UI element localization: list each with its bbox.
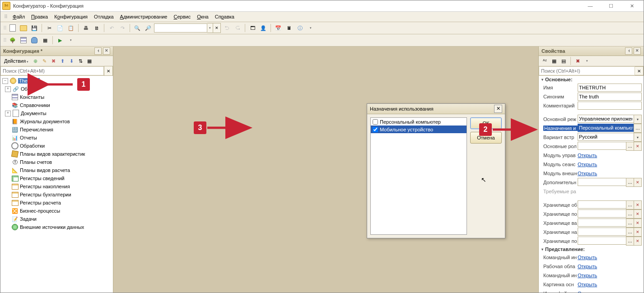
tree-item-calc-reg[interactable]: Регистры расчета (0, 199, 113, 207)
up-button[interactable]: ⬆ (58, 57, 66, 65)
open-link[interactable]: Открыть (578, 291, 597, 293)
group-presentation[interactable]: ▾Представление: (539, 246, 644, 253)
tool-a-button[interactable]: 🗔 (247, 23, 257, 33)
tree-item-bp[interactable]: 🔀Бизнес-процессы (0, 207, 113, 215)
storage1-input[interactable] (578, 200, 626, 209)
language-dropdown[interactable]: ▾ (634, 133, 642, 142)
option-mobile[interactable]: Мобильное устройство (371, 126, 467, 133)
menu-config[interactable]: Конфигурация (51, 13, 90, 20)
tree-item-constants[interactable]: Константы (0, 93, 113, 101)
config-list-button[interactable] (19, 35, 28, 45)
clear-button[interactable]: ✖ (574, 57, 582, 65)
new-button[interactable] (8, 23, 18, 33)
expand-toggle[interactable]: + (5, 111, 11, 116)
tree-item-ext-data[interactable]: Внешние источники данных (0, 223, 113, 231)
tree-item-documents[interactable]: +Документы (0, 109, 113, 117)
actions-menu[interactable]: Действия▾ (2, 58, 30, 64)
maximize-button[interactable]: ☐ (601, 1, 621, 11)
menu-admin[interactable]: Администрирование (117, 13, 170, 20)
assignments-input[interactable] (578, 124, 634, 132)
storage3-input[interactable] (578, 219, 626, 227)
option-mobile-checkbox[interactable] (373, 127, 378, 132)
tree-item-calc-plans[interactable]: 📐Планы видов расчета (0, 166, 113, 174)
properties-list[interactable]: ▾Основные: Имя Синоним Комментарий Основ… (539, 76, 644, 293)
properties-search-input[interactable] (539, 66, 635, 75)
option-pc[interactable]: Персональный компьютер (371, 118, 467, 126)
panel-close-button[interactable]: ✕ (634, 47, 641, 55)
assignments-dots[interactable]: … (634, 124, 642, 133)
run-dd-button[interactable]: ▾ (66, 35, 76, 45)
open-link[interactable]: Открыть (578, 282, 597, 287)
tree-root[interactable]: − TheTruth (0, 77, 113, 85)
add-button[interactable]: ⊕ (31, 57, 39, 65)
help-button[interactable]: ⓘ (295, 23, 305, 33)
expand-toggle[interactable]: − (2, 78, 8, 84)
category-button[interactable]: ▦ (550, 57, 558, 65)
open-link[interactable]: Открыть (578, 162, 597, 167)
storage2-input[interactable] (578, 209, 626, 218)
comment-input[interactable] (578, 102, 642, 110)
close-button[interactable]: ✕ (622, 1, 642, 11)
search-clear[interactable]: ✕ (213, 23, 221, 33)
panel-pin-button[interactable]: ⫞ (94, 47, 102, 55)
search-input[interactable] (154, 23, 207, 33)
name-input[interactable] (578, 84, 642, 92)
dialog-titlebar[interactable]: Назначения использования ✕ (367, 104, 505, 114)
config-search-input[interactable] (0, 66, 104, 75)
storage4-input[interactable] (578, 228, 626, 236)
run-button[interactable]: ▶ (55, 35, 65, 45)
menu-help[interactable]: Справка (212, 13, 237, 20)
calc-button[interactable]: 🖩 (284, 23, 294, 33)
dd-button[interactable]: ▾ (583, 57, 591, 65)
open-link[interactable]: Открыть (578, 171, 597, 176)
down-button[interactable]: ⬇ (67, 57, 75, 65)
filter-button[interactable]: ▦ (85, 57, 93, 65)
tree-item-char-plans[interactable]: Планы видов характеристик (0, 150, 113, 158)
cancel-button[interactable]: Отмена (470, 132, 502, 144)
config-search-clear[interactable]: ✕ (104, 66, 113, 76)
additional-dots[interactable]: … (626, 178, 634, 187)
tree-item-common[interactable]: +🔗Общие (0, 85, 113, 93)
open-link[interactable]: Открыть (578, 273, 597, 278)
minimize-button[interactable]: — (580, 1, 600, 11)
dialog-close-button[interactable]: ✕ (494, 105, 502, 113)
paste-button[interactable]: 📋 (66, 23, 76, 33)
help-dd-button[interactable]: ▾ (306, 23, 316, 33)
filter-button[interactable]: ▤ (560, 57, 568, 65)
assignments-list[interactable]: Персональный компьютер Мобильное устройс… (370, 117, 467, 235)
tree-item-enums[interactable]: 🔢Перечисления (0, 126, 113, 134)
synonym-input[interactable] (578, 93, 642, 101)
language-input[interactable] (578, 133, 634, 141)
nav-back-button[interactable]: ⮌ (222, 23, 232, 33)
mode-dropdown[interactable]: ▾ (634, 115, 642, 124)
tree-item-accum-reg[interactable]: Регистры накопления (0, 182, 113, 191)
edit-button[interactable]: ✎ (40, 57, 48, 65)
nav-fwd-button[interactable]: ⮎ (233, 23, 243, 33)
tree-item-info-reg[interactable]: Регистры сведений (0, 174, 113, 182)
form-button[interactable]: ▦ (40, 35, 50, 45)
tree-item-processing[interactable]: Обработки (0, 142, 113, 150)
tree-item-catalogs[interactable]: 📚Справочники (0, 101, 113, 109)
open-button[interactable] (19, 23, 28, 33)
save-button[interactable]: 💾 (29, 23, 39, 33)
db-button[interactable] (29, 35, 39, 45)
print-button[interactable]: 🖶 (81, 23, 91, 33)
menu-file[interactable]: Файл (10, 13, 28, 20)
config-tree[interactable]: − TheTruth +🔗Общие Константы 📚Справочник… (0, 76, 113, 293)
group-main[interactable]: ▾Основные: (539, 76, 644, 83)
additional-clear[interactable]: ✕ (634, 178, 642, 187)
sort-button[interactable]: ⇅ (76, 57, 84, 65)
redo-button[interactable]: ↷ (117, 23, 127, 33)
open-link[interactable]: Открыть (578, 153, 597, 158)
tree-item-tasks[interactable]: 📝Задачи (0, 215, 113, 223)
tool-b-button[interactable]: 👤 (258, 23, 268, 33)
copy-button[interactable]: 📄 (55, 23, 65, 33)
menu-windows[interactable]: Окна (194, 13, 211, 20)
undo-button[interactable]: ↶ (107, 23, 117, 33)
option-pc-checkbox[interactable] (373, 119, 378, 125)
find-button[interactable]: 🔍 (132, 23, 142, 33)
tree-item-reports[interactable]: 📊Отчеты (0, 134, 113, 142)
tree-item-acc-reg[interactable]: Регистры бухгалтерии (0, 191, 113, 199)
preview-button[interactable]: 🗎 (92, 23, 102, 33)
open-link[interactable]: Открыть (578, 264, 597, 269)
